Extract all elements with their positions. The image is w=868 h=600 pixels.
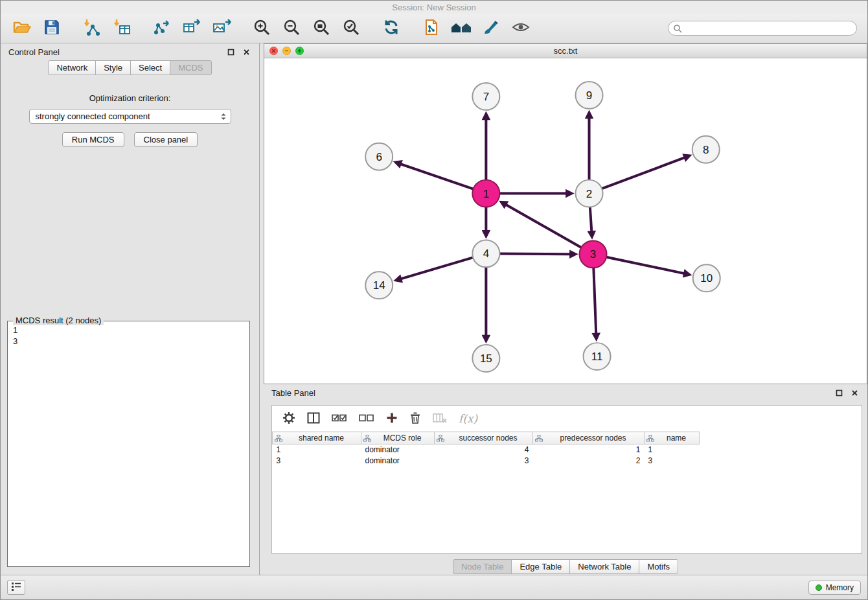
graph-node-4[interactable]: 4 — [472, 240, 499, 267]
zoom-window-icon[interactable] — [295, 47, 304, 55]
graph-node-2[interactable]: 2 — [576, 180, 603, 207]
table-tab-node-table[interactable]: Node Table — [453, 559, 512, 574]
graph-node-3[interactable]: 3 — [580, 240, 607, 268]
cell-shared-name[interactable]: 3 — [273, 456, 361, 467]
network-canvas[interactable]: 7968124314101511 — [264, 58, 867, 384]
deselect-all-columns-button[interactable] — [359, 413, 374, 424]
cell-shared-name[interactable]: 1 — [273, 444, 361, 456]
close-window-icon[interactable] — [269, 47, 278, 55]
list-icon — [11, 581, 21, 594]
export-network-icon — [152, 18, 172, 38]
delete-table-button[interactable] — [409, 411, 421, 426]
export-table-button[interactable] — [181, 17, 203, 40]
zoom-in-button[interactable] — [251, 17, 273, 40]
cell-name[interactable]: 1 — [645, 444, 700, 456]
control-panel-tab-select[interactable]: Select — [130, 60, 170, 75]
graph-edge-2-8[interactable] — [602, 157, 685, 189]
column-header-MCDS-role[interactable]: MCDS role — [361, 432, 435, 444]
first-neighbors-button[interactable] — [420, 17, 442, 40]
delete-column-icon — [433, 413, 447, 425]
mcds-result-box: MCDS result (2 nodes) 13 — [7, 321, 250, 567]
run-mcds-button[interactable]: Run MCDS — [62, 132, 124, 147]
graph-node-10[interactable]: 10 — [693, 264, 720, 292]
close-panel-icon[interactable] — [241, 47, 251, 57]
graph-node-15[interactable]: 15 — [472, 345, 499, 372]
apply-style-button[interactable] — [480, 17, 502, 40]
cell-predecessor-nodes[interactable]: 2 — [533, 456, 645, 467]
table-tab-network-table[interactable]: Network Table — [569, 559, 639, 574]
node-table-row[interactable]: 1dominator411 — [273, 444, 700, 456]
memory-button[interactable]: Memory — [808, 581, 861, 595]
graph-edge-3-11[interactable] — [593, 268, 596, 334]
close-table-panel-icon[interactable] — [849, 387, 860, 398]
graphics-details-button[interactable] — [510, 17, 532, 40]
table-tab-edge-table[interactable]: Edge Table — [511, 559, 570, 574]
graph-edge-2-3[interactable] — [590, 207, 592, 232]
import-table-icon — [112, 18, 131, 38]
export-image-button[interactable] — [211, 17, 233, 40]
optimization-criterion-label: Optimization criterion: — [1, 93, 259, 103]
float-panel-icon[interactable] — [225, 47, 236, 57]
panel-menu-button[interactable] — [7, 580, 25, 595]
import-network-button[interactable] — [81, 17, 103, 40]
zoom-out-button[interactable] — [280, 17, 303, 40]
graph-node-11[interactable]: 11 — [584, 343, 611, 370]
graph-node-14[interactable]: 14 — [365, 271, 393, 299]
houses-icon — [450, 18, 472, 38]
svg-text:2: 2 — [586, 188, 592, 200]
graph-edge-4-3[interactable] — [499, 253, 570, 254]
import-table-button[interactable] — [111, 17, 133, 40]
add-column-button[interactable] — [386, 412, 398, 426]
minimize-window-icon[interactable] — [282, 47, 291, 55]
graph-edge-4-14[interactable] — [401, 257, 473, 279]
control-panel-tab-network[interactable]: Network — [48, 60, 96, 75]
cell-MCDS-role[interactable]: dominator — [361, 456, 435, 467]
criterion-select[interactable]: strongly connected component — [29, 109, 231, 124]
graph-node-1[interactable]: 1 — [472, 180, 499, 207]
node-table-row[interactable]: 3dominator323 — [273, 456, 700, 467]
save-session-button[interactable] — [41, 17, 63, 40]
graph-node-7[interactable]: 7 — [472, 83, 499, 110]
column-header-name[interactable]: name — [645, 432, 700, 444]
show-all-networks-button[interactable] — [450, 17, 472, 40]
graph-edge-3-1[interactable] — [506, 205, 582, 248]
column-header-predecessor-nodes[interactable]: predecessor nodes — [533, 432, 645, 444]
graph-node-6[interactable]: 6 — [365, 143, 393, 170]
save-floppy-icon — [43, 18, 61, 38]
network-graph-svg: 7968124314101511 — [264, 58, 867, 384]
graph-edge-3-10[interactable] — [606, 257, 684, 273]
control-panel-tab-style[interactable]: Style — [95, 60, 131, 75]
control-panel-tab-mcds[interactable]: MCDS — [170, 60, 211, 75]
cell-successor-nodes[interactable]: 3 — [435, 456, 533, 467]
column-type-icon — [646, 435, 654, 442]
import-network-icon — [82, 18, 102, 38]
select-all-columns-button[interactable] — [332, 413, 347, 424]
search-input[interactable] — [668, 21, 857, 36]
memory-status-dot-icon — [816, 584, 822, 591]
delete-column-button[interactable] — [433, 413, 447, 425]
export-network-button[interactable] — [151, 17, 173, 40]
zoom-fit-button[interactable] — [310, 17, 332, 40]
graph-node-8[interactable]: 8 — [692, 136, 720, 163]
column-header-shared-name[interactable]: shared name — [273, 432, 361, 444]
apply-layout-button[interactable] — [380, 17, 402, 40]
column-layout-button[interactable] — [307, 412, 320, 426]
cell-name[interactable]: 3 — [645, 456, 700, 467]
column-header-successor-nodes[interactable]: successor nodes — [435, 432, 533, 444]
graph-node-9[interactable]: 9 — [576, 82, 603, 109]
zoom-selected-button[interactable] — [340, 17, 362, 40]
close-panel-button[interactable]: Close panel — [134, 132, 198, 147]
node-table-area: shared nameMCDS rolesuccessor nodesprede… — [272, 432, 862, 553]
table-settings-button[interactable] — [282, 411, 295, 426]
table-tab-motifs[interactable]: Motifs — [639, 559, 678, 574]
float-table-panel-icon[interactable] — [834, 387, 844, 398]
graph-edge-1-6[interactable] — [400, 164, 473, 189]
table-panel: Table Panel f(x) — [264, 384, 867, 575]
cell-predecessor-nodes[interactable]: 1 — [533, 444, 645, 456]
function-builder-button[interactable]: f(x) — [459, 412, 477, 425]
memory-button-label: Memory — [826, 583, 854, 592]
cell-MCDS-role[interactable]: dominator — [361, 444, 435, 456]
svg-text:7: 7 — [483, 91, 489, 103]
cell-successor-nodes[interactable]: 4 — [435, 444, 533, 456]
open-session-button[interactable] — [11, 17, 33, 40]
